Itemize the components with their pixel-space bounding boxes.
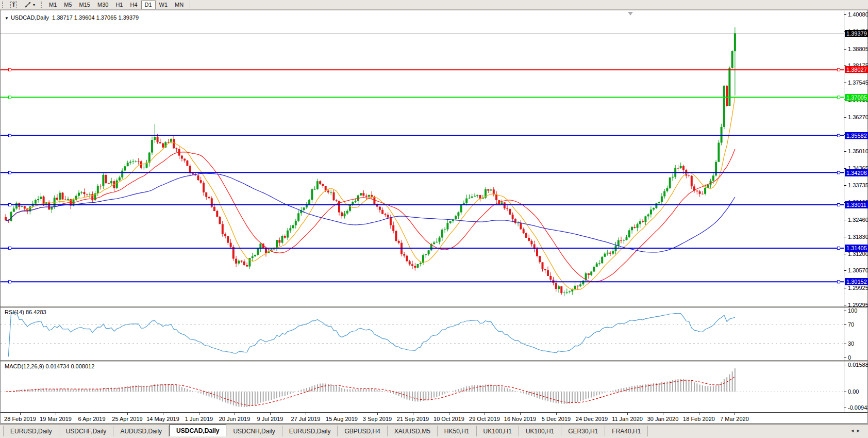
price-tick-mark — [844, 49, 846, 50]
dropdown-caret-icon: ▾ — [33, 3, 35, 7]
timeframe-button-h1[interactable]: H1 — [112, 1, 126, 9]
price-tick-mark — [844, 83, 846, 83]
toolbar-grip2[interactable] — [41, 2, 43, 8]
chart-tab-usdchf-daily[interactable]: USDCHF,Daily — [59, 426, 114, 436]
date-label: 3 Sep 2019 — [363, 416, 392, 422]
hline-handle[interactable] — [9, 69, 11, 71]
moving-average-8 — [6, 97, 735, 290]
price-tick-mark — [844, 185, 846, 186]
macd-histogram — [6, 368, 735, 407]
arrows-tool-button[interactable]: ▾ — [21, 1, 39, 9]
date-label: 10 Oct 2019 — [433, 416, 464, 422]
chart-tab-ger30-h1[interactable]: GER30,H1 — [561, 426, 605, 436]
timeframe-group: M1M5M15M30H1H4D1W1MN — [45, 1, 187, 9]
date-label: 18 Feb 2020 — [683, 416, 715, 422]
date-label: 25 Apr 2019 — [112, 416, 142, 422]
hline-handle[interactable] — [838, 69, 840, 71]
price-tick-mark — [844, 14, 846, 15]
date-tick-mark — [627, 413, 628, 415]
macd-signal-line — [6, 377, 735, 405]
timeframe-button-w1[interactable]: W1 — [156, 1, 172, 9]
date-tick-mark — [306, 413, 306, 415]
price-tick-mark — [844, 237, 846, 237]
rsi-tick-mark — [844, 358, 846, 358]
rsi-tick-label: 30 — [848, 340, 854, 347]
date-tick-mark — [20, 413, 21, 415]
chart-tab-audusd-daily[interactable]: AUDUSD,Daily — [113, 426, 169, 436]
timeframe-button-m1[interactable]: M1 — [45, 1, 60, 9]
chart-ohlc-values: 1.38717 1.39604 1.37065 1.39379 — [52, 14, 139, 21]
current-price-badge: 1.39379 — [845, 30, 868, 37]
price-tick-mark — [844, 117, 846, 118]
timeframe-button-m5[interactable]: M5 — [60, 1, 75, 9]
date-tick-mark — [520, 413, 521, 415]
candlestick-chart — [1, 11, 844, 306]
macd-label: MACD(12,26,9) 0.014734 0.008012 — [5, 363, 94, 369]
price-level-badge: 1.38027 — [845, 66, 868, 73]
timeframe-button-h4[interactable]: H4 — [126, 1, 141, 9]
date-tick-mark — [663, 413, 663, 415]
date-tick-mark — [413, 413, 413, 415]
timeframe-button-m15[interactable]: M15 — [76, 1, 94, 9]
timeframe-button-m30[interactable]: M30 — [94, 1, 112, 9]
hline-handle[interactable] — [9, 96, 11, 99]
chart-shift-marker[interactable] — [628, 12, 633, 15]
tab-scroll-left-icon[interactable]: ◂ — [851, 427, 857, 433]
date-label: 28 Feb 2019 — [4, 416, 36, 422]
text-tool-button[interactable]: T — [7, 1, 21, 9]
hline-handle[interactable] — [838, 171, 840, 174]
date-tick-mark — [556, 413, 557, 415]
price-axis-divider — [844, 11, 844, 412]
arrows-tool-icon — [24, 2, 31, 8]
chart-tab-fra40-h1[interactable]: FRA40,H1 — [605, 426, 648, 436]
date-label: 30 Jan 2020 — [647, 416, 679, 422]
chart-symbol-timeframe: USDCAD,Daily — [11, 14, 49, 21]
rsi-line — [8, 312, 735, 356]
tab-scroll-arrows[interactable]: ◂▸ — [851, 427, 863, 434]
hline-handle[interactable] — [838, 281, 840, 283]
date-label: 11 Jan 2020 — [612, 416, 643, 422]
macd-pane: MACD(12,26,9) 0.014734 0.008012 — [1, 362, 867, 412]
chart-tab-usdcad-daily[interactable]: USDCAD,Daily — [169, 425, 226, 436]
text-tool-icon: T — [10, 2, 17, 8]
date-tick-mark — [235, 413, 235, 415]
price-tick-mark — [844, 270, 846, 271]
chart-tab-xauusd-m5[interactable]: XAUUSD,M5 — [388, 426, 438, 436]
chart-tab-hk50-h1[interactable]: HK50,H1 — [438, 426, 477, 436]
chart-tab-gbpusd-h4[interactable]: GBPUSD,H4 — [338, 426, 387, 436]
hline-handle[interactable] — [838, 96, 840, 99]
rsi-pane: RSI(14) 86.4283 — [1, 308, 867, 360]
chart-tab-usdcnh-daily[interactable]: USDCNH,Daily — [226, 426, 282, 436]
collapse-arrow-icon[interactable]: ▼ — [5, 16, 9, 21]
candles — [5, 27, 736, 297]
timeframe-button-d1[interactable]: D1 — [141, 1, 156, 9]
hline-handle[interactable] — [838, 247, 840, 249]
hline-handle[interactable] — [9, 171, 11, 174]
hline-handle[interactable] — [9, 134, 11, 137]
chart-tab-uk100-h1[interactable]: UK100,H1 — [477, 426, 519, 436]
rsi-tick-label: 70 — [848, 321, 854, 328]
date-tick-mark — [449, 413, 449, 415]
date-tick-mark — [735, 413, 735, 415]
chart-tab-eurusd-daily[interactable]: EURUSD,Daily — [282, 426, 338, 436]
date-label: 24 Dec 2019 — [576, 416, 608, 422]
chart-tab-uk100-h1[interactable]: UK100,H1 — [519, 426, 561, 436]
price-tick-mark — [844, 220, 846, 220]
chart-title: ▼USDCAD,Daily 1.38717 1.39604 1.37065 1.… — [5, 14, 139, 21]
date-label: 19 Mar 2019 — [40, 416, 72, 422]
date-tick-mark — [199, 413, 199, 415]
hline-handle[interactable] — [9, 204, 11, 206]
date-tick-mark — [163, 413, 163, 415]
hline-handle[interactable] — [9, 247, 11, 249]
price-tick-label: 1.40080 — [848, 11, 868, 18]
price-level-badge: 1.30152 — [845, 278, 868, 285]
hline-handle[interactable] — [838, 204, 840, 206]
chart-tab-eurusd-daily[interactable]: EURUSD,Daily — [3, 426, 59, 436]
date-axis: 28 Feb 201919 Mar 20196 Apr 201925 Apr 2… — [1, 412, 867, 423]
date-label: 20 Jun 2019 — [219, 416, 251, 422]
hline-handle[interactable] — [9, 281, 11, 283]
hline-handle[interactable] — [838, 134, 840, 137]
timeframe-button-mn[interactable]: MN — [171, 1, 187, 9]
tab-scroll-right-icon[interactable]: ▸ — [857, 427, 863, 433]
toolbar-grip[interactable] — [2, 2, 4, 8]
